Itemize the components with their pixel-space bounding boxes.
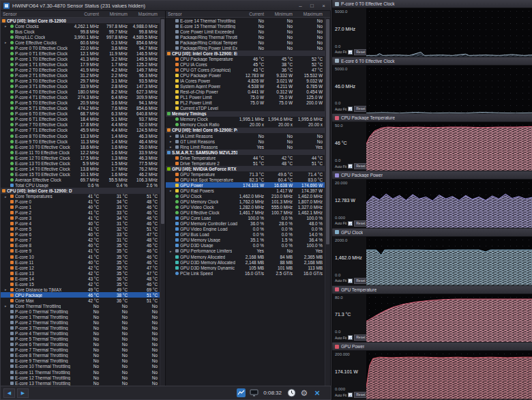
- sensor-row[interactable]: E-core 1342 °C35 °C47 °C: [1, 270, 160, 276]
- reset-button[interactable]: Reset: [354, 278, 367, 284]
- sensor-row[interactable]: P-core 341 °C34 °C46 °C: [1, 216, 160, 221]
- sensor-row[interactable]: GPU Memory Clock1,762.0 MHz101.3 MHz1,80…: [166, 199, 325, 205]
- sensor-row[interactable]: P-core 3 Thermal ThrottlingNoNoNo: [1, 326, 160, 331]
- sensor-row[interactable]: E-core 10 T0 Effective Clock18.6 MHz1.6 …: [1, 144, 160, 149]
- sensor-row[interactable]: E-core 15 Thermal ThrottlingNoNoNo: [166, 23, 325, 29]
- expander-icon[interactable]: ▸: [170, 139, 174, 143]
- sensor-row[interactable]: GPU Memory Controller Load36.0 %28.0 %48…: [166, 221, 325, 227]
- sensor-row[interactable]: E-core 8 T0 Effective Clock13.3 MHz1.4 M…: [1, 133, 160, 139]
- sensor-row[interactable]: E-core 14 Thermal ThrottlingNoNoNo: [166, 18, 325, 23]
- expander-icon[interactable]: ▸: [5, 195, 9, 199]
- sensor-row[interactable]: P-core 3 T0 Effective Clock29.7 MHz3.1 M…: [1, 78, 160, 84]
- sensor-row[interactable]: ▸GPU Rail Powers1.417 W174.397 W: [166, 188, 325, 193]
- window-titlebar[interactable]: HWiNFO64 v7.30-4870 Sensor Status (231 v…: [1, 1, 331, 11]
- sensor-row[interactable]: GPU Hot Spot Temperature82.3 °C60.4 °C83…: [166, 177, 325, 182]
- sensor-row[interactable]: GPU Video Engine Load0.0 %0.0 %0.0 %: [166, 227, 325, 232]
- column-header-current[interactable]: Current: [72, 12, 101, 16]
- sensor-row[interactable]: Memory Clock Ratio20.00 x20.00 x20.00 x: [166, 122, 325, 128]
- sensor-row[interactable]: P-core 541 °C32 °C51 °C: [1, 227, 160, 232]
- sensor-row[interactable]: P-core 640 °C33 °C47 °C: [1, 232, 160, 238]
- sensor-row[interactable]: Memory Clock1,995.1 MHz1,994.6 MHz1,995.…: [166, 117, 325, 122]
- sensor-row[interactable]: GPU Bus Load0.0 %0.0 %14.0 %: [166, 232, 325, 238]
- sensor-row[interactable]: P-core 4 T1 Effective Clock274.3 MHz6.4 …: [1, 95, 160, 100]
- sensor-row[interactable]: P-core 0 T0 Effective Clock22.0 MHz3.6 M…: [1, 45, 160, 51]
- sensor-row[interactable]: Total CPU Usage0.6 %0.4 %2.6 %: [1, 182, 160, 188]
- sensor-row[interactable]: CPU Package Power12.783 W9.332 W15.532 W: [166, 72, 325, 78]
- sensor-row[interactable]: System Agent Power4.538 W4.211 W6.785 W: [166, 84, 325, 89]
- sensor-row[interactable]: P-core 140 °C33 °C46 °C: [1, 205, 160, 210]
- sensor-row[interactable]: PL2 Power Limit75.0 W75.0 W200.0 W: [166, 100, 325, 106]
- sensor-row[interactable]: P-core 6 T1 Effective Clock18.4 MHz5.1 M…: [1, 117, 160, 122]
- sensor-row[interactable]: GPU D3D Memory Dynamic105 MB101 MB113 MB: [166, 265, 325, 270]
- sensor-row[interactable]: E-core 11 Thermal ThrottlingNoNoNo: [1, 369, 160, 375]
- scrollbar[interactable]: [160, 18, 165, 386]
- prev-page-button[interactable]: ◀: [3, 388, 15, 398]
- expander-icon[interactable]: ▸: [170, 249, 174, 253]
- graph-titlebar[interactable]: E-core 6 T0 Effective Clock: [332, 57, 532, 66]
- sensor-row[interactable]: CPU Package Temperature46 °C45 °C52 °C: [166, 56, 325, 61]
- autofit-checkbox[interactable]: ✓: [348, 221, 353, 226]
- sensor-row[interactable]: GPU Memory Usage35.1 %1.5 %36.4 %: [166, 238, 325, 243]
- sensor-row[interactable]: Current sTDP Level: [166, 106, 325, 111]
- clock-button[interactable]: [286, 388, 297, 399]
- autofit-checkbox[interactable]: ✓: [348, 164, 353, 169]
- sensor-row[interactable]: PL1 Power Limit75.0 W75.0 W125.0 W: [166, 95, 325, 100]
- sensor-row[interactable]: ▸Core Temperatures41 °C31 °C51 °C: [1, 194, 160, 199]
- column-header-sensor[interactable]: Sensor: [166, 12, 237, 16]
- graph-titlebar[interactable]: P-core 0 T0 Effective Clock: [332, 0, 532, 8]
- scrollbar[interactable]: [325, 18, 330, 386]
- sensor-row[interactable]: E-core 13 T0 Effective Clock5.9 MHz1.5 M…: [1, 160, 160, 166]
- expander-icon[interactable]: ▸: [170, 145, 174, 149]
- sensor-row[interactable]: ▸GPU Performance LimitersYesNoYes: [166, 248, 325, 254]
- graph-titlebar[interactable]: GPU Temperature: [332, 286, 532, 294]
- sensor-row[interactable]: P-core 041 °C34 °C48 °C: [1, 199, 160, 205]
- sensor-row[interactable]: GPU Video Clock1,282.0 MHz555.0 MHz1,327…: [166, 205, 325, 210]
- graph-titlebar[interactable]: GPU Power: [332, 343, 532, 351]
- sensor-row[interactable]: E-core 1242 °C35 °C47 °C: [1, 265, 160, 270]
- sensor-row[interactable]: E-core 840 °C35 °C46 °C: [1, 243, 160, 248]
- sensor-row[interactable]: Bus Clock99.8 MHz99.7 MHz99.8 MHz: [1, 29, 160, 34]
- section-row[interactable]: Memory Timings: [166, 111, 325, 117]
- sensor-row[interactable]: E-core 12 T0 Effective Clock17.5 MHz1.3 …: [1, 155, 160, 160]
- sensor-row[interactable]: ▸Ring Limit ReasonsYesNoYes: [166, 144, 325, 149]
- reset-button[interactable]: Reset: [354, 392, 367, 398]
- graph-titlebar[interactable]: CPU Package Temperature: [332, 114, 532, 122]
- expander-icon[interactable]: ▸: [5, 287, 9, 291]
- graph-window-button[interactable]: [235, 388, 246, 399]
- expander-icon[interactable]: ▸: [5, 24, 9, 28]
- sensor-row[interactable]: E-core 12 Thermal ThrottlingNoNoNo: [1, 375, 160, 380]
- sensor-row[interactable]: PCIe Link Speed16.0 GT/s2.5 GT/s16.0 GT/…: [166, 270, 325, 276]
- sensor-row[interactable]: Package/Ring Thermal ThrottlingNoNoNo: [166, 34, 325, 40]
- sensor-row[interactable]: P-core 4 Thermal ThrottlingNoNoNo: [1, 331, 160, 337]
- sensor-row[interactable]: GPU Temperature71.3 °C49.6 °C71.4 °C: [166, 171, 325, 177]
- sensor-row[interactable]: P-core 0 T1 Effective Clock12.1 MHz11.9 …: [1, 51, 160, 56]
- sensor-row[interactable]: GPU Effective Clock1,461.7 MHz100.7 MHz1…: [166, 210, 325, 216]
- sensor-row[interactable]: ▸Core Effective Clocks60.6 MHz0.3 MHz854…: [1, 40, 160, 45]
- sensor-row[interactable]: E-core 1140 °C35 °C46 °C: [1, 259, 160, 265]
- sensor-row[interactable]: P-core 7 T1 Effective Clock45.9 MHz4.4 M…: [1, 128, 160, 133]
- sensor-row[interactable]: GPU Power174.101 W16.638 W174.690 W: [166, 182, 325, 188]
- expander-icon[interactable]: ▸: [170, 188, 174, 192]
- sensor-row[interactable]: P-core 2 Thermal ThrottlingNoNoNo: [1, 320, 160, 326]
- sensor-row[interactable]: GPU Clock1,462.0 MHz210.0 MHz1,462.0 MHz: [166, 194, 325, 199]
- minimize-button[interactable]: –: [296, 1, 305, 10]
- sensor-row[interactable]: P-core 2 T0 Effective Clock41.9 MHz4.2 M…: [1, 67, 160, 72]
- reset-button[interactable]: Reset: [354, 220, 367, 227]
- sensor-row[interactable]: CPU GT Cores (Graphics)43 °C36 °C47 °C: [166, 67, 325, 72]
- autofit-checkbox[interactable]: ✓: [348, 335, 353, 340]
- sensor-row[interactable]: P-core 6 Thermal ThrottlingNoNoNo: [1, 342, 160, 347]
- sensor-row[interactable]: P-core 1 T1 Effective Clock17.9 MHz1.7 M…: [1, 61, 160, 67]
- sensor-row[interactable]: ▸Core Clocks4,262.1 MHz797.8 MHz4,988.0 …: [1, 23, 160, 29]
- sensor-row[interactable]: E-core 9 Thermal ThrottlingNoNoNo: [1, 358, 160, 364]
- sensor-row[interactable]: E-core 10 Thermal ThrottlingNoNoNo: [1, 364, 160, 369]
- section-row[interactable]: S.M.A.R.T.: SAMSUNG MZVL2512HBLB-00B00: [166, 149, 325, 155]
- sensor-row[interactable]: Drive Temperature44 °C42 °C44 °C: [166, 155, 325, 160]
- sensor-row[interactable]: P-core 5 Thermal ThrottlingNoNoNo: [1, 337, 160, 342]
- reset-button[interactable]: Reset: [354, 163, 367, 169]
- sensor-row[interactable]: Ring/LLC Clock3,990.1 MHz997.8 MHz4,589.…: [1, 34, 160, 40]
- graph-titlebar[interactable]: CPU Package Power: [332, 171, 532, 180]
- sensor-row[interactable]: E-core 11 T0 Effective Clock12.2 MHz1.6 …: [1, 149, 160, 155]
- maximize-button[interactable]: □: [308, 1, 316, 10]
- sensor-row[interactable]: E-core 1443 °C36 °C48 °C: [1, 276, 160, 281]
- sensor-row[interactable]: ▸GT Limit ReasonsNoNoNo: [166, 139, 325, 144]
